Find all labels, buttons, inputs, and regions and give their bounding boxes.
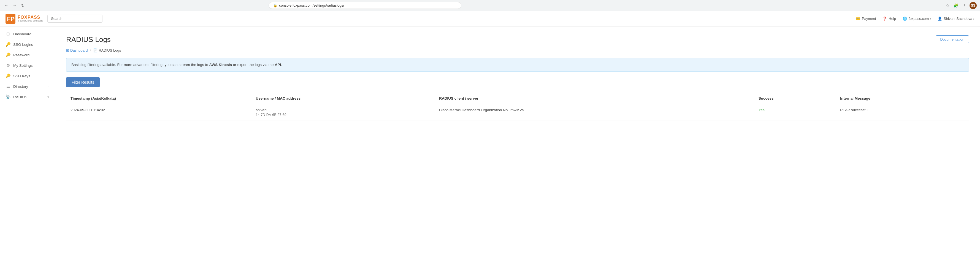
table-header-row: Timestamp (Asia/Kolkata) Username / MAC … bbox=[66, 93, 969, 104]
sidebar-item-password[interactable]: 🔑 Password bbox=[0, 50, 55, 60]
breadcrumb-dashboard-link[interactable]: ⊞ Dashboard bbox=[66, 48, 88, 53]
payment-label: Payment bbox=[862, 16, 876, 21]
info-text-post: . bbox=[281, 63, 282, 67]
sidebar-sso-label: SSO Logins bbox=[13, 43, 33, 47]
breadcrumb-home-text: Dashboard bbox=[70, 48, 88, 53]
col-timestamp: Timestamp (Asia/Kolkata) bbox=[66, 93, 251, 104]
aws-kinesis-link[interactable]: AWS Kinesis bbox=[209, 63, 232, 67]
radius-icon: 📡 bbox=[5, 95, 11, 99]
sidebar-password-label: Password bbox=[13, 53, 29, 57]
cell-timestamp: 2024-05-30 10:34:02 bbox=[66, 104, 251, 121]
breadcrumb: ⊞ Dashboard / 📄 RADIUS Logs bbox=[66, 48, 969, 53]
menu-button[interactable]: ⋮ bbox=[961, 3, 967, 8]
app-header: FP FOXPASS a JumpCloud company 💳 Payment… bbox=[0, 11, 980, 27]
table-header: Timestamp (Asia/Kolkata) Username / MAC … bbox=[66, 93, 969, 104]
col-radius-client: RADIUS client / server bbox=[434, 93, 754, 104]
password-icon: 🔑 bbox=[5, 53, 11, 58]
cell-radius-client: Cisco Meraki Dashboard Organization No. … bbox=[434, 104, 754, 121]
page-title: RADIUS Logs bbox=[66, 35, 111, 44]
api-link[interactable]: API bbox=[275, 63, 281, 67]
sidebar-item-my-settings[interactable]: ⚙ My Settings bbox=[0, 60, 55, 71]
cell-success: Yes bbox=[754, 104, 836, 121]
username-text: shivani bbox=[256, 108, 267, 112]
sidebar-dashboard-label: Dashboard bbox=[13, 32, 32, 36]
sidebar-ssh-label: SSH Keys bbox=[13, 74, 30, 78]
cell-username: shivani14-7D-DA-6B-27-69 bbox=[251, 104, 434, 121]
sidebar-item-radius[interactable]: 📡 RADIUS ∨ bbox=[0, 91, 55, 102]
user-name-label: Shivani Sachdeva › bbox=[943, 16, 975, 21]
sidebar-item-sso-logins[interactable]: 🔑 SSO Logins bbox=[0, 39, 55, 50]
col-success: Success bbox=[754, 93, 836, 104]
browser-profile-avatar[interactable]: SS bbox=[969, 2, 977, 9]
logs-table: Timestamp (Asia/Kolkata) Username / MAC … bbox=[66, 93, 969, 121]
mac-address: 14-7D-DA-6B-27-69 bbox=[256, 113, 430, 117]
cell-message: PEAP successful bbox=[836, 104, 969, 121]
breadcrumb-home-icon: ⊞ bbox=[66, 48, 69, 53]
lock-icon: 🔒 bbox=[273, 3, 277, 8]
header-nav: 💳 Payment ❓ Help 🌐 foxpass.com › 👤 Shiva… bbox=[856, 16, 975, 21]
forward-button[interactable]: → bbox=[11, 3, 18, 8]
info-banner: Basic log filtering available. For more … bbox=[66, 58, 969, 72]
col-username: Username / MAC address bbox=[251, 93, 434, 104]
main-content: RADIUS Logs Documentation ⊞ Dashboard / … bbox=[55, 27, 980, 255]
directory-chevron-icon: › bbox=[48, 85, 49, 88]
logo-main-text: FOXPASS bbox=[18, 15, 43, 20]
sidebar-item-ssh-keys[interactable]: 🔑 SSH Keys bbox=[0, 71, 55, 81]
sidebar-my-settings-label: My Settings bbox=[13, 64, 33, 67]
header-search-input[interactable] bbox=[48, 14, 102, 22]
url-text: console.foxpass.com/settings/radiuslogs/ bbox=[279, 3, 344, 8]
user-icon: 👤 bbox=[938, 16, 942, 21]
info-text-pre: Basic log filtering available. For more … bbox=[72, 63, 209, 67]
extensions-button[interactable]: 🧩 bbox=[953, 3, 959, 8]
breadcrumb-page-icon: 📄 bbox=[93, 48, 97, 53]
page-header-row: RADIUS Logs Documentation bbox=[66, 35, 969, 44]
dashboard-icon: ⊞ bbox=[5, 32, 11, 37]
table-row: 2024-05-30 10:34:02shivani14-7D-DA-6B-27… bbox=[66, 104, 969, 121]
foxpass-logo[interactable]: FP FOXPASS a JumpCloud company bbox=[5, 14, 43, 24]
browser-actions: ☆ 🧩 ⋮ SS bbox=[945, 2, 977, 9]
documentation-button[interactable]: Documentation bbox=[935, 35, 969, 43]
bookmark-button[interactable]: ☆ bbox=[945, 3, 951, 8]
browser-chrome: ← → ↻ 🔒 console.foxpass.com/settings/rad… bbox=[0, 0, 980, 11]
filter-results-button[interactable]: Filter Results bbox=[66, 77, 100, 87]
app-body: ⊞ Dashboard 🔑 SSO Logins 🔑 Password ⚙ My… bbox=[0, 27, 980, 255]
breadcrumb-current-text: RADIUS Logs bbox=[99, 48, 121, 53]
nav-user[interactable]: 👤 Shivani Sachdeva › bbox=[938, 16, 975, 21]
nav-help[interactable]: ❓ Help bbox=[883, 16, 896, 21]
sidebar-directory-label: Directory bbox=[13, 85, 28, 88]
sidebar-item-dashboard[interactable]: ⊞ Dashboard bbox=[0, 29, 55, 39]
foxpass-com-label: foxpass.com › bbox=[908, 16, 931, 21]
radius-chevron-icon: ∨ bbox=[47, 95, 49, 99]
reload-button[interactable]: ↻ bbox=[20, 3, 26, 8]
col-message: Internal Message bbox=[836, 93, 969, 104]
sidebar: ⊞ Dashboard 🔑 SSO Logins 🔑 Password ⚙ My… bbox=[0, 27, 55, 255]
sidebar-item-directory[interactable]: ☰ Directory › bbox=[0, 81, 55, 91]
settings-icon: ⚙ bbox=[5, 63, 11, 68]
foxpass-logo-icon: FP bbox=[5, 14, 16, 24]
nav-foxpass-com[interactable]: 🌐 foxpass.com › bbox=[903, 16, 931, 21]
help-icon: ❓ bbox=[883, 16, 887, 21]
sso-icon: 🔑 bbox=[5, 42, 11, 47]
payment-icon: 💳 bbox=[856, 16, 860, 21]
breadcrumb-separator: / bbox=[90, 48, 91, 53]
svg-text:FP: FP bbox=[7, 16, 14, 22]
globe-icon: 🌐 bbox=[903, 16, 907, 21]
ssh-icon: 🔑 bbox=[5, 74, 11, 79]
nav-payment[interactable]: 💳 Payment bbox=[856, 16, 876, 21]
info-text-mid: or export the logs via the bbox=[232, 63, 275, 67]
table-body: 2024-05-30 10:34:02shivani14-7D-DA-6B-27… bbox=[66, 104, 969, 121]
success-value: Yes bbox=[759, 108, 765, 112]
help-label: Help bbox=[889, 16, 896, 21]
sidebar-radius-label: RADIUS bbox=[13, 95, 27, 99]
logo-sub-text: a JumpCloud company bbox=[18, 19, 43, 22]
address-bar[interactable]: 🔒 console.foxpass.com/settings/radiuslog… bbox=[269, 2, 461, 9]
directory-icon: ☰ bbox=[5, 84, 11, 89]
breadcrumb-current: 📄 RADIUS Logs bbox=[93, 48, 121, 53]
back-button[interactable]: ← bbox=[3, 3, 10, 8]
